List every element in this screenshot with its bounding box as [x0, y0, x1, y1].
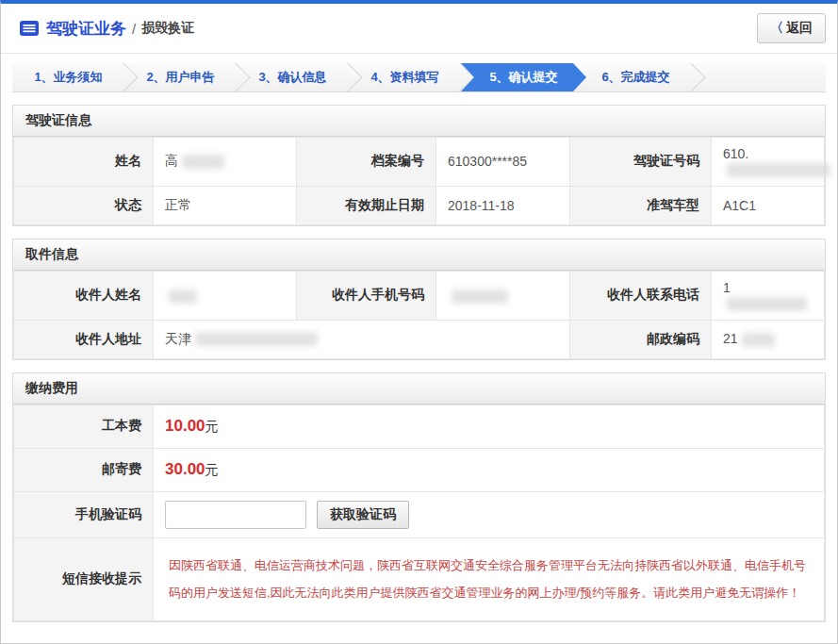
redacted-blob	[727, 297, 807, 311]
field-label-recipient-name: 收件人姓名	[14, 271, 154, 320]
page-title: 驾驶证业务	[46, 18, 126, 40]
section-title-license: 驾驶证信息	[13, 106, 825, 137]
get-sms-code-button[interactable]: 获取验证码	[317, 501, 409, 529]
step-3-confirm-info[interactable]: 3、确认信息	[237, 63, 349, 91]
field-value-license-number: 610.	[712, 138, 825, 187]
page-container: 驾驶证业务 / 损毁换证 〈返回 1、业务须知 2、用户申告 3、确认信息 4、…	[0, 0, 838, 644]
table-row: 短信接收提示 因陕西省联通、电信运营商技术问题，陕西省互联网交通安全综合服务管理…	[14, 537, 825, 621]
field-value-expiry-date: 2018-11-18	[436, 186, 570, 224]
section-title-fees: 缴纳费用	[13, 373, 825, 405]
field-value-file-number: 610300****85	[436, 138, 570, 187]
field-value-mail-fee: 30.00元	[154, 448, 825, 491]
redacted-blob	[195, 332, 318, 346]
back-chevron-icon: 〈	[770, 20, 783, 35]
field-value-recipient-phone: 1	[712, 271, 825, 320]
table-row: 收件人地址 天津 邮政编码 21	[14, 320, 825, 358]
redacted-blob	[452, 289, 508, 304]
section-title-pickup: 取件信息	[13, 239, 825, 271]
section-fees: 缴纳费用 工本费 10.00元 邮寄费 30.00元 手机验证码 获取验证码 短…	[12, 372, 826, 623]
field-label-sms-code: 手机验证码	[14, 491, 154, 537]
field-value-name: 高	[154, 138, 297, 187]
field-value-recipient-name	[154, 271, 297, 320]
field-label-mail-fee: 邮寄费	[14, 448, 154, 491]
table-row: 邮寄费 30.00元	[14, 448, 825, 491]
field-label-vehicle-class: 准驾车型	[570, 186, 712, 224]
step-1-business-notice[interactable]: 1、业务须知	[12, 63, 124, 91]
field-label-postal-code: 邮政编码	[570, 320, 712, 358]
work-fee-unit: 元	[205, 419, 219, 434]
breadcrumb-current: 损毁换证	[141, 20, 194, 37]
field-label-recipient-phone: 收件人联系电话	[570, 271, 712, 320]
back-button-label: 返回	[786, 20, 813, 35]
step-wizard: 1、业务须知 2、用户申告 3、确认信息 4、资料填写 5、确认提交 6、完成提…	[12, 63, 826, 92]
field-label-license-number: 驾驶证号码	[570, 138, 712, 187]
field-label-work-fee: 工本费	[14, 405, 154, 448]
field-value-vehicle-class: A1C1	[712, 186, 825, 224]
header: 驾驶证业务 / 损毁换证 〈返回	[1, 4, 837, 54]
step-5-confirm-submit[interactable]: 5、确认提交	[461, 63, 586, 91]
footer-actions: 上一步 完成	[1, 622, 837, 644]
fees-table: 工本费 10.00元 邮寄费 30.00元 手机验证码 获取验证码 短信接收提示…	[13, 405, 825, 622]
step-4-fill-data[interactable]: 4、资料填写	[349, 63, 461, 91]
field-value-postal-code: 21	[712, 320, 825, 358]
field-label-name: 姓名	[14, 138, 154, 187]
step-6-finish-submit[interactable]: 6、完成提交	[580, 63, 692, 91]
sms-code-input[interactable]	[165, 501, 306, 529]
field-sms-code: 获取验证码	[154, 491, 825, 537]
step-2-user-declaration[interactable]: 2、用户申告	[124, 63, 237, 91]
field-label-status: 状态	[14, 186, 154, 224]
field-value-recipient-mobile	[436, 271, 570, 320]
field-value-status: 正常	[154, 186, 297, 224]
work-fee-amount: 10.00	[165, 417, 205, 435]
section-license-info: 驾驶证信息 姓名 高 档案编号 610300****85 驾驶证号码 610. …	[12, 105, 826, 226]
pickup-info-table: 收件人姓名 收件人手机号码 收件人联系电话 1 收件人地址 天津 邮政编码 21	[13, 271, 825, 359]
field-value-work-fee: 10.00元	[154, 405, 825, 448]
mail-fee-amount: 30.00	[165, 460, 205, 478]
field-value-recipient-address: 天津	[154, 320, 570, 358]
table-row: 收件人姓名 收件人手机号码 收件人联系电话 1	[14, 271, 825, 320]
redacted-blob	[727, 163, 830, 177]
field-label-recipient-address: 收件人地址	[14, 320, 154, 358]
sms-notice-text: 因陕西省联通、电信运营商技术问题，陕西省互联网交通安全综合服务管理平台无法向持陕…	[167, 548, 811, 612]
license-card-icon	[20, 21, 39, 36]
redacted-blob	[169, 289, 197, 304]
redacted-blob	[742, 333, 775, 347]
table-row: 状态 正常 有效期止日期 2018-11-18 准驾车型 A1C1	[14, 186, 825, 224]
table-row: 工本费 10.00元	[14, 405, 825, 448]
table-row: 手机验证码 获取验证码	[14, 491, 825, 537]
table-row: 姓名 高 档案编号 610300****85 驾驶证号码 610.	[14, 138, 825, 187]
field-label-recipient-mobile: 收件人手机号码	[297, 271, 436, 320]
field-label-expiry-date: 有效期止日期	[297, 186, 436, 224]
field-sms-notice: 因陕西省联通、电信运营商技术问题，陕西省互联网交通安全综合服务管理平台无法向持陕…	[154, 537, 825, 621]
section-pickup-info: 取件信息 收件人姓名 收件人手机号码 收件人联系电话 1 收件人地址 天津 邮政…	[12, 239, 826, 360]
breadcrumb-separator: /	[132, 21, 136, 37]
back-button[interactable]: 〈返回	[757, 13, 826, 43]
mail-fee-unit: 元	[205, 462, 219, 477]
field-label-file-number: 档案编号	[297, 138, 436, 187]
redacted-blob	[182, 155, 224, 169]
field-label-sms-notice: 短信接收提示	[14, 537, 154, 621]
license-info-table: 姓名 高 档案编号 610300****85 驾驶证号码 610. 状态 正常 …	[13, 137, 825, 225]
